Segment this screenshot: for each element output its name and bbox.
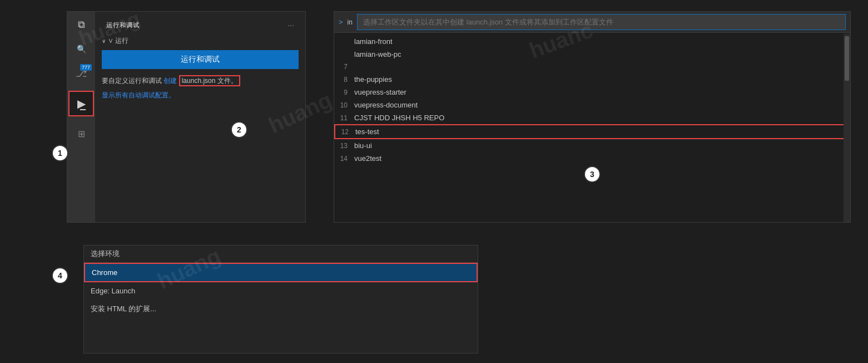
workspace-file-list: lamian-front lamian-web-pc 7 8 the-puppi… [334, 33, 850, 167]
workspace-input-container [357, 14, 846, 30]
show-configs-link[interactable]: 显示所有自动调试配置。 [102, 91, 299, 100]
run-section: ∨ ∨ 运行 运行和调试 要自定义运行和调试 创建 launch.json 文件… [100, 34, 301, 105]
list-item[interactable]: lamian-front [334, 35, 850, 48]
scrollbar-thumb [845, 36, 849, 81]
hint-text: 要自定义运行和调试 [102, 77, 162, 85]
list-item[interactable]: 14 vue2test [334, 152, 850, 165]
line-num: 10 [334, 101, 354, 109]
activity-bar: ⧉ 🔍 ⎇ 777 ▶̲ ⊞ [67, 12, 95, 222]
extensions-icon: ⊞ [78, 129, 85, 139]
scrollbar[interactable] [844, 34, 850, 222]
item-label: the-puppies [354, 75, 392, 84]
list-item[interactable]: 11 CJST HDD JHSH H5 REPO [334, 111, 850, 124]
line-num: 8 [334, 76, 354, 84]
run-debug-panel: ⧉ 🔍 ⎇ 777 ▶̲ ⊞ 运行和调试 ··· ∨ ∨ 运行 运行和调试 [67, 11, 306, 223]
step-3-label: 3 [590, 170, 594, 179]
list-item[interactable]: 10 vuepress-document [334, 99, 850, 111]
item-label: tes-test [355, 127, 379, 136]
env-item-edge[interactable]: Edge: Launch [84, 282, 478, 300]
item-label: vuepress-starter [354, 88, 406, 96]
in-label: in [348, 18, 353, 26]
step-3-circle: 3 [584, 166, 601, 183]
panel1-dots[interactable]: ··· [287, 21, 294, 30]
run-debug-icon-button[interactable]: ▶̲ [68, 91, 94, 116]
item-label: vuepress-document [354, 101, 418, 109]
panel1-title: 运行和调试 [106, 21, 140, 30]
list-item[interactable]: lamian-web-pc [334, 48, 850, 61]
env-label-install: 安装 HTML 的扩展... [91, 305, 156, 313]
panel1-hint: 要自定义运行和调试 创建 launch.json 文件。 [102, 76, 299, 86]
line-num: 13 [334, 142, 354, 150]
line-num: 12 [335, 128, 355, 136]
panel3-header: 选择环境 [84, 246, 478, 263]
item-label: lamian-web-pc [354, 50, 401, 58]
panel2-topbar: > in [334, 12, 850, 33]
item-label: vue2test [354, 154, 381, 163]
step-1-label: 1 [58, 149, 62, 158]
env-header-label: 选择环境 [91, 249, 120, 258]
item-label: CJST HDD JHSH H5 REPO [354, 114, 444, 122]
workspace-selector-panel: > in lamian-front lamian-web-pc 7 8 the-… [334, 11, 851, 223]
create-link[interactable]: 创建 [163, 77, 177, 85]
env-item-install[interactable]: 安装 HTML 的扩展... [84, 300, 478, 318]
line-num: 7 [334, 63, 354, 71]
step-2-label: 2 [237, 125, 241, 134]
step-1-circle: 1 [52, 145, 68, 161]
list-item[interactable]: 9 vuepress-starter [334, 86, 850, 99]
env-label-chrome: Chrome [92, 268, 117, 277]
sidebar-icon-copy[interactable]: ⧉ [74, 17, 88, 32]
chevron-down-icon: ∨ [102, 38, 106, 44]
run-debug-content: 运行和调试 ··· ∨ ∨ 运行 运行和调试 要自定义运行和调试 创建 laun… [95, 12, 305, 222]
step-4-circle: 4 [52, 267, 68, 284]
copy-icon: ⧉ [78, 19, 85, 31]
env-list: Chrome Edge: Launch 安装 HTML 的扩展... [84, 263, 478, 318]
sidebar-icon-extensions[interactable]: ⊞ [74, 126, 88, 141]
list-item[interactable]: 7 [334, 61, 850, 73]
env-item-chrome[interactable]: Chrome [84, 263, 478, 282]
list-item[interactable]: 13 biu-ui [334, 139, 850, 152]
env-selector-panel: 选择环境 Chrome Edge: Launch 安装 HTML 的扩展... [83, 245, 478, 354]
panel1-header: 运行和调试 ··· [100, 16, 301, 34]
line-num: 14 [334, 155, 354, 163]
item-label: biu-ui [354, 141, 372, 150]
sidebar-icon-source[interactable]: ⎇ 777 [74, 66, 88, 81]
step-2-circle: 2 [231, 121, 247, 138]
launch-json-label: launch.json 文件。 [179, 75, 240, 86]
list-item-testest[interactable]: 12 tes-test [334, 124, 850, 139]
source-badge: 777 [80, 64, 92, 71]
item-label: lamian-front [354, 37, 393, 46]
line-num: 9 [334, 89, 354, 96]
step-4-label: 4 [58, 271, 62, 280]
run-section-label: ∨ 运行 [108, 36, 128, 46]
bracket-icon: > [339, 18, 343, 26]
run-icon: ▶̲ [77, 97, 86, 110]
workspace-input[interactable] [357, 14, 846, 30]
sidebar-icon-search[interactable]: 🔍 [74, 42, 88, 56]
list-item[interactable]: 8 the-puppies [334, 73, 850, 86]
env-label-edge: Edge: Launch [91, 287, 135, 295]
search-icon: 🔍 [77, 45, 86, 53]
line-num: 11 [334, 114, 354, 122]
run-debug-button[interactable]: 运行和调试 [102, 50, 299, 69]
